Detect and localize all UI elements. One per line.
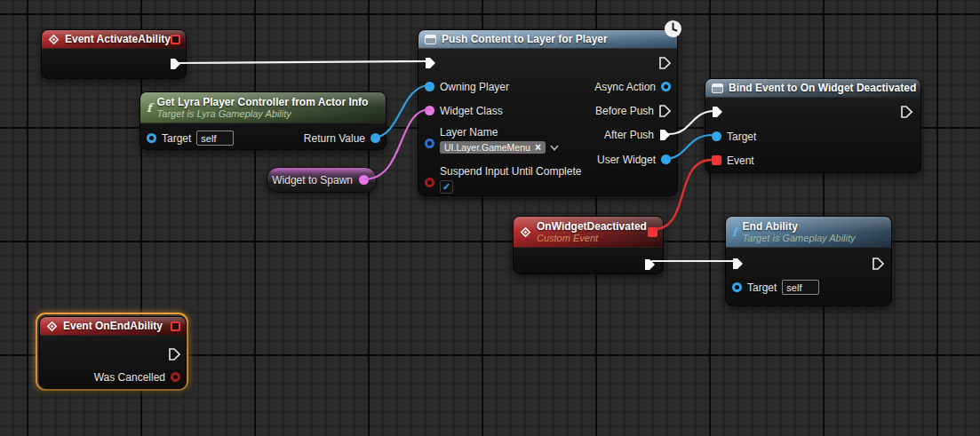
exec-out-pin[interactable] (644, 256, 656, 273)
node-title: End Ability (743, 220, 856, 233)
widget-icon (425, 35, 436, 44)
object-pin-icon[interactable] (147, 133, 156, 143)
gameplay-tag-value: UI.Layer.GameMenu (444, 142, 530, 153)
pin-layer-name[interactable]: Layer Name UI.Layer.GameMenu × (425, 126, 559, 154)
exec-pin-icon (872, 258, 884, 270)
pin-after-push[interactable]: After Push (604, 126, 671, 143)
delegate-pin-icon[interactable] (648, 227, 657, 237)
exec-out-pin[interactable] (169, 345, 180, 362)
pin-label: Event (727, 155, 754, 167)
node-subtitle: Target is Lyra Gameplay Ability (157, 109, 369, 119)
object-pin-icon[interactable] (425, 82, 434, 91)
bool-pin-icon[interactable] (425, 178, 434, 187)
pin-before-push[interactable]: Before Push (595, 102, 671, 119)
function-f-icon: f (732, 226, 737, 238)
object-pin-icon[interactable] (661, 82, 671, 91)
node-title: Event ActivateAbility (65, 33, 171, 45)
event-diamond-icon (46, 321, 58, 332)
exec-pin-icon (425, 57, 436, 69)
exec-out-pin[interactable] (659, 54, 671, 71)
bool-pin-icon[interactable] (171, 372, 180, 382)
widget-icon (712, 83, 723, 93)
node-push-content-to-layer[interactable]: Push Content to Layer for Player Owning … (418, 29, 678, 196)
pin-async-action[interactable]: Async Action (594, 78, 671, 95)
pin-label: User Widget (597, 154, 656, 166)
pin-return-value[interactable]: Return Value (304, 130, 380, 147)
delegate-pin-icon[interactable] (171, 35, 180, 44)
pin-was-cancelled[interactable]: Was Cancelled (94, 369, 180, 385)
clock-icon (664, 20, 682, 38)
wire-exec-activate-to-push[interactable] (179, 61, 427, 63)
suspend-checkbox[interactable]: ✓ (440, 180, 453, 194)
node-header: OnWidgetDeactivated Custom Event (514, 217, 663, 248)
exec-in-pin[interactable] (732, 255, 744, 272)
node-event-activate-ability[interactable]: Event ActivateAbility (41, 29, 187, 79)
node-end-ability[interactable]: f End Ability Target is Gameplay Ability… (725, 216, 892, 306)
exec-in-pin[interactable] (712, 103, 723, 120)
pin-label: Target (727, 131, 756, 143)
chevron-down-icon[interactable] (550, 145, 559, 151)
node-title: Event OnEndAbility (63, 320, 163, 332)
pin-suspend-input[interactable]: Suspend Input Until Complete ✓ (425, 165, 581, 194)
exec-pin-icon (659, 57, 671, 69)
blueprint-graph-canvas[interactable]: Event ActivateAbility f Get Lyra Player … (0, 0, 980, 436)
node-header: Event ActivateAbility (42, 30, 186, 49)
event-diamond-icon (520, 226, 531, 238)
node-header: Bind Event to On Widget Deactivated (705, 79, 920, 98)
node-title: Get Lyra Player Controller from Actor In… (157, 96, 369, 108)
target-self-field[interactable] (196, 131, 234, 146)
exec-pin-icon (169, 348, 180, 361)
object-pin-icon[interactable] (712, 131, 721, 141)
function-f-icon: f (147, 102, 152, 114)
node-on-widget-deactivated[interactable]: OnWidgetDeactivated Custom Event (513, 216, 664, 274)
exec-pin-icon (901, 106, 912, 118)
exec-in-pin[interactable] (425, 54, 436, 71)
delegate-pin-icon[interactable] (171, 321, 180, 331)
object-pin-icon[interactable] (732, 282, 742, 292)
gameplay-tag-pill[interactable]: UI.Layer.GameMenu × (440, 141, 546, 154)
node-widget-to-spawn[interactable]: Widget to Spawn (267, 167, 377, 193)
class-pin-icon[interactable] (425, 106, 434, 115)
node-subtitle: Target is Gameplay Ability (743, 234, 856, 243)
node-title: Bind Event to On Widget Deactivated (729, 82, 916, 94)
exec-pin-icon (732, 258, 744, 270)
exec-pin-icon (644, 258, 656, 271)
pin-user-widget[interactable]: User Widget (597, 151, 671, 168)
pin-label: After Push (604, 129, 654, 141)
node-header: f Get Lyra Player Controller from Actor … (140, 92, 386, 123)
exec-pin-icon (712, 106, 723, 118)
object-pin-icon[interactable] (370, 133, 380, 143)
pin-target[interactable]: Target (732, 279, 819, 296)
target-self-field[interactable] (782, 280, 819, 295)
pin-target[interactable]: Target (712, 128, 756, 145)
check-icon: ✓ (442, 182, 450, 192)
pin-label: Suspend Input Until Complete (440, 165, 581, 178)
variable-label: Widget to Spawn (272, 174, 353, 186)
pin-owning-player[interactable]: Owning Player (425, 78, 509, 95)
pin-widget-class[interactable]: Widget Class (425, 102, 503, 119)
event-diamond-icon (48, 34, 60, 45)
node-get-lyra-player-controller[interactable]: f Get Lyra Player Controller from Actor … (139, 91, 386, 150)
pin-label: Widget Class (440, 105, 503, 117)
node-header: Event OnEndAbility (40, 317, 186, 336)
pin-label: Return Value (304, 132, 365, 145)
class-pin-icon[interactable] (359, 175, 369, 185)
exec-out-pin[interactable] (872, 255, 884, 272)
selection-frame: Event OnEndAbility Was Cancelled (36, 313, 188, 391)
pin-target[interactable]: Target (147, 130, 234, 147)
object-pin-icon[interactable] (661, 155, 671, 164)
exec-out-pin[interactable] (901, 103, 912, 120)
exec-pin-icon (659, 105, 671, 117)
node-header: f End Ability Target is Gameplay Ability (726, 217, 891, 248)
pin-event[interactable]: Event (712, 152, 754, 169)
delegate-pin-icon[interactable] (712, 155, 721, 165)
node-bind-event[interactable]: Bind Event to On Widget Deactivated Targ… (705, 78, 921, 173)
pin-label: Target (162, 132, 191, 145)
clear-icon[interactable]: × (535, 142, 541, 153)
exec-out-pin[interactable] (170, 55, 181, 72)
node-header: Push Content to Layer for Player (418, 30, 677, 49)
node-event-on-end-ability[interactable]: Event OnEndAbility Was Cancelled (39, 316, 187, 389)
exec-pin-icon (170, 58, 181, 70)
tag-pin-icon[interactable] (425, 139, 434, 148)
pin-label: Before Push (595, 105, 654, 117)
